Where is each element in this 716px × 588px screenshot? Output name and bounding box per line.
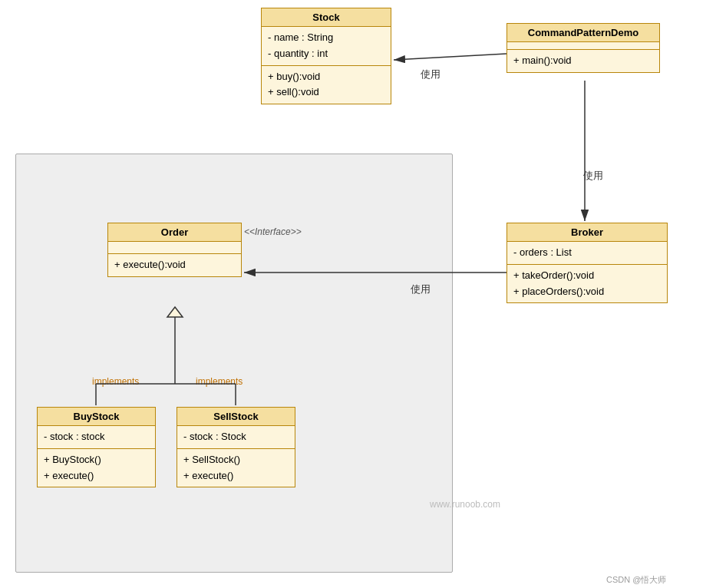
class-buystock-title: BuyStock [74,411,120,422]
method-sellstock-execute: + execute() [183,468,289,484]
method-buystock-constructor: + BuyStock() [44,452,149,468]
class-buystock-fields: - stock : stock [38,426,155,449]
class-broker-header: Broker [507,223,667,242]
uses-label-2: 使用 [583,169,603,183]
class-buystock: BuyStock - stock : stock + BuyStock() + … [37,407,156,487]
class-stock-methods: + buy():void + sell():void [262,66,391,104]
method-order-execute: + execute():void [114,257,235,273]
method-broker-takeorder: + takeOrder():void [513,268,661,284]
class-order-title: Order [161,226,188,238]
interface-label: <<Interface>> [244,226,302,237]
attribution: CSDN @悟大师 [606,574,666,586]
class-sellstock: SellStock - stock : Stock + SellStock() … [177,407,295,487]
class-cpd-fields [507,42,659,50]
arrow-cpd-to-stock [394,54,506,60]
class-broker-methods: + takeOrder():void + placeOrders():void [507,265,667,303]
class-sellstock-fields: - stock : Stock [177,426,295,449]
class-order: Order + execute():void [107,223,242,277]
class-cpd-header: CommandPatternDemo [507,24,659,42]
uses-label-3: 使用 [411,282,431,296]
group-box [15,154,453,573]
method-sellstock-constructor: + SellStock() [183,452,289,468]
field-stock-name: - name : String [268,30,384,46]
class-sellstock-header: SellStock [177,408,295,426]
method-stock-buy: + buy():void [268,69,384,85]
class-stock-title: Stock [312,12,339,23]
field-stock-quantity: - quantity : int [268,46,384,62]
class-order-header: Order [108,223,241,242]
method-cpd-main: + main():void [513,53,653,69]
class-broker-title: Broker [571,226,603,238]
class-cpd-methods: + main():void [507,50,659,72]
implements-label-1: implements [92,376,139,387]
field-broker-orders: - orders : List [513,245,661,261]
field-buystock-stock: - stock : stock [44,429,149,445]
uses-label-1: 使用 [421,68,440,81]
class-order-fields [108,242,241,254]
class-command-pattern-demo: CommandPatternDemo + main():void [506,23,660,73]
class-stock-header: Stock [262,8,391,27]
class-sellstock-methods: + SellStock() + execute() [177,449,295,487]
watermark: www.runoob.com [430,499,500,510]
class-stock: Stock - name : String - quantity : int +… [261,8,391,104]
method-stock-sell: + sell():void [268,84,384,101]
class-sellstock-title: SellStock [213,411,259,422]
class-order-methods: + execute():void [108,254,241,276]
class-broker: Broker - orders : List + takeOrder():voi… [506,223,668,303]
method-broker-placeorders: + placeOrders():void [513,284,661,300]
class-broker-fields: - orders : List [507,242,667,265]
class-buystock-methods: + BuyStock() + execute() [38,449,155,487]
implements-label-2: implements [196,376,243,387]
method-buystock-execute: + execute() [44,468,149,484]
class-buystock-header: BuyStock [38,408,155,426]
class-cpd-title: CommandPatternDemo [528,27,638,38]
class-stock-fields: - name : String - quantity : int [262,27,391,66]
field-sellstock-stock: - stock : Stock [183,429,289,445]
